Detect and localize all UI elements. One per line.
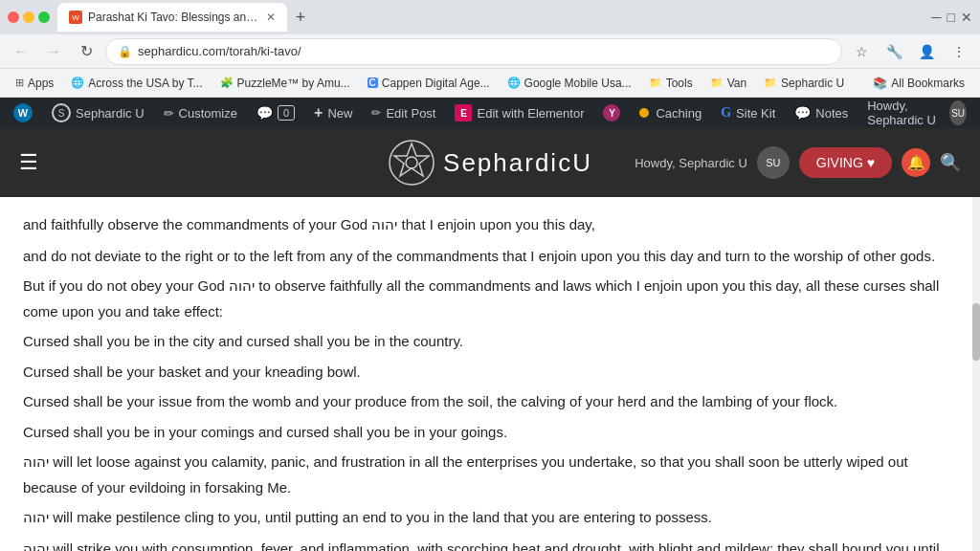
- extension-button[interactable]: 🔧: [880, 38, 907, 65]
- wp-customize-item[interactable]: ✏ Customize: [154, 98, 247, 128]
- url-box[interactable]: 🔒 sephardicu.com/torah/ki-tavo/: [105, 38, 842, 65]
- giving-label: GIVING ♥: [816, 155, 875, 170]
- tab-close-button[interactable]: ✕: [266, 11, 276, 24]
- all-bookmarks-button[interactable]: 📚 All Bookmarks: [865, 75, 972, 92]
- content-paragraph-10: יהוה will strike you with consumption, f…: [23, 537, 957, 552]
- bookmark-tools-label: Tools: [666, 77, 693, 90]
- wp-notes-bubble-icon: 💬: [794, 105, 811, 121]
- bookmarks-bar: ⊞ Apps 🌐 Across the USA by T... 🧩 Puzzle…: [0, 69, 980, 98]
- profile-button[interactable]: 👤: [913, 38, 940, 65]
- content-paragraph-7: Cursed shall you be in your comings and …: [23, 420, 957, 445]
- address-bar: ← → ↻ 🔒 sephardicu.com/torah/ki-tavo/ ☆ …: [0, 34, 980, 69]
- tab-title: Parashat Ki Tavo: Blessings and...: [88, 11, 260, 24]
- wp-edit-post-item[interactable]: ✏ Edit Post: [362, 98, 445, 128]
- scrollbar[interactable]: [972, 197, 980, 551]
- google-mobile-icon: 🌐: [507, 77, 521, 89]
- wp-comments-bubble-icon: 💬: [256, 105, 273, 121]
- bookmark-puzzleme[interactable]: 🧩 PuzzleMe™ by Amu...: [212, 75, 358, 92]
- hebrew-text-4: יהוה: [23, 510, 49, 525]
- wp-yoast-icon: Y: [603, 104, 620, 121]
- bookmark-google-mobile-label: Google Mobile Usa...: [524, 77, 632, 90]
- refresh-button[interactable]: ↻: [73, 38, 100, 65]
- svg-point-0: [390, 141, 434, 185]
- logo-emblem-icon: [388, 139, 435, 187]
- bookmark-sephardic-u[interactable]: 📁 Sephardic U: [756, 75, 852, 92]
- new-tab-button[interactable]: +: [287, 4, 314, 31]
- wp-site-kit-item[interactable]: G Site Kit: [711, 98, 785, 128]
- close-button[interactable]: [8, 11, 19, 23]
- star-button[interactable]: ☆: [848, 38, 875, 65]
- hebrew-text-2: יהוה: [229, 278, 255, 294]
- giving-button[interactable]: GIVING ♥: [799, 147, 892, 178]
- content-paragraph-2: and do not deviate to the right or to th…: [23, 244, 957, 269]
- tab-bar: W Parashat Ki Tavo: Blessings and... ✕ +: [57, 0, 924, 34]
- wp-customize-label: Customize: [179, 106, 237, 121]
- wp-edit-post-icon: ✏: [371, 106, 381, 120]
- hebrew-text-1: יהוה: [371, 217, 397, 232]
- wp-customize-icon: ✏: [164, 106, 174, 121]
- maximize-button[interactable]: [38, 11, 50, 23]
- bookmark-cappen[interactable]: C Cappen Digital Age...: [360, 75, 498, 92]
- bookmark-van[interactable]: 📁 Van: [702, 75, 754, 92]
- wp-elementor-label: Edit with Elementor: [477, 106, 584, 121]
- puzzleme-icon: 🧩: [220, 77, 234, 89]
- site-avatar[interactable]: SU: [757, 146, 790, 179]
- wp-notes-label: Notes: [815, 106, 848, 121]
- minimize-icon[interactable]: ─: [932, 10, 942, 25]
- wp-logo-item[interactable]: W: [4, 98, 42, 128]
- svg-marker-1: [394, 143, 429, 176]
- bookmark-tools[interactable]: 📁 Tools: [641, 75, 701, 92]
- hamburger-menu-button[interactable]: ☰: [19, 150, 38, 175]
- wp-site-name-item[interactable]: S Sephardic U: [42, 98, 154, 128]
- wp-howdy-item[interactable]: Howdy, Sephardic U SU: [858, 99, 976, 127]
- minimize-button[interactable]: [23, 11, 34, 23]
- tools-icon: 📁: [649, 77, 662, 89]
- bookmark-cappen-label: Cappen Digital Age...: [382, 77, 490, 90]
- all-bookmarks-icon: 📚: [873, 77, 887, 90]
- bookmark-apps-label: Apps: [28, 77, 54, 90]
- wp-elementor-item[interactable]: E Edit with Elementor: [445, 98, 593, 128]
- wp-caching-label: Caching: [656, 106, 702, 121]
- content-paragraph-5: Cursed shall be your basket and your kne…: [23, 360, 957, 385]
- content-paragraph-3: But if you do not obey your God יהוה to …: [23, 274, 957, 323]
- active-tab[interactable]: W Parashat Ki Tavo: Blessings and... ✕: [57, 3, 287, 32]
- browser-action-buttons: ☆ 🔧 👤 ⋮: [848, 38, 972, 65]
- wp-comments-count: 0: [278, 105, 295, 121]
- search-icon[interactable]: 🔍: [940, 152, 961, 173]
- close-icon[interactable]: ✕: [961, 10, 972, 25]
- hebrew-text-5: יהוה: [23, 541, 49, 552]
- bookmark-puzzleme-label: PuzzleMe™ by Amu...: [237, 77, 350, 90]
- content-paragraph-8: יהוה will let loose against you calamity…: [23, 450, 957, 499]
- cappen-icon: C: [368, 77, 378, 88]
- wp-notes-item[interactable]: 💬 Notes: [785, 98, 858, 128]
- wp-howdy-text: Howdy, Sephardic U: [867, 99, 944, 127]
- apps-icon: ⊞: [15, 77, 24, 89]
- wp-site-name-label: Sephardic U: [76, 106, 145, 121]
- main-content: and faithfully observe the commandments …: [0, 197, 980, 551]
- hebrew-text-3: יהוה: [23, 454, 49, 470]
- wp-site-circle-icon: S: [52, 103, 71, 122]
- site-logo-text: SephardicU: [443, 148, 592, 178]
- wp-yoast-item[interactable]: Y: [593, 98, 630, 128]
- scrollbar-thumb[interactable]: [972, 303, 980, 361]
- back-button[interactable]: ←: [8, 38, 34, 65]
- all-bookmarks-label: All Bookmarks: [891, 77, 965, 90]
- wp-new-plus-icon: +: [314, 104, 323, 121]
- van-icon: 📁: [710, 77, 724, 89]
- menu-button[interactable]: ⋮: [946, 38, 972, 65]
- content-paragraph-1: and faithfully observe the commandments …: [23, 212, 957, 238]
- content-paragraph-4: Cursed shall you be in the city and curs…: [23, 329, 957, 354]
- site-header: ☰ SephardicU Howdy, Sephardic U SU GIVIN…: [0, 128, 980, 197]
- wp-comments-item[interactable]: 💬 0: [247, 98, 304, 128]
- notification-bell-icon[interactable]: 🔔: [902, 148, 930, 177]
- bookmark-google-mobile[interactable]: 🌐 Google Mobile Usa...: [500, 75, 639, 92]
- tab-favicon: W: [69, 11, 82, 24]
- bookmark-across-usa[interactable]: 🌐 Across the USA by T...: [63, 75, 210, 92]
- wp-caching-item[interactable]: Caching: [630, 98, 711, 128]
- wp-new-label: New: [327, 106, 352, 121]
- window-action-buttons: ─ □ ✕: [932, 10, 972, 25]
- forward-button[interactable]: →: [40, 38, 67, 65]
- bookmark-apps[interactable]: ⊞ Apps: [8, 75, 61, 92]
- wp-new-item[interactable]: + New: [304, 98, 362, 128]
- restore-icon[interactable]: □: [947, 10, 955, 25]
